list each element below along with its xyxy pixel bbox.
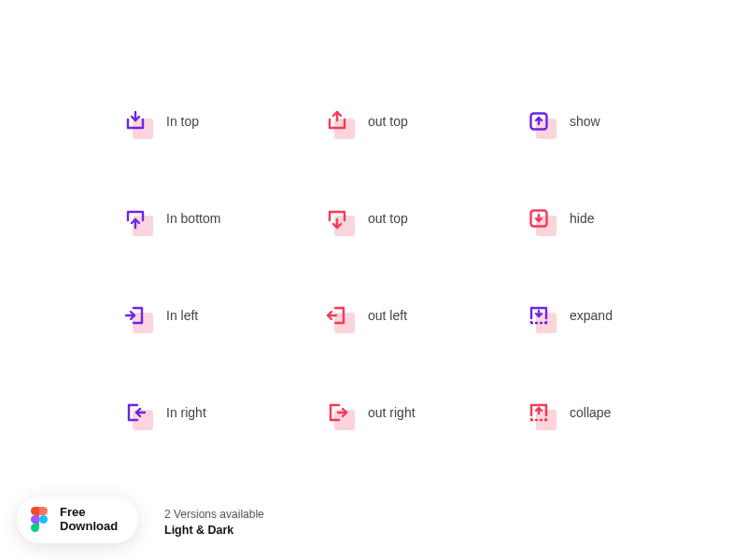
in-bottom-icon <box>121 204 149 232</box>
hide-icon <box>525 204 553 232</box>
out-left-label: out left <box>368 308 407 323</box>
download-text: Free Download <box>60 506 118 534</box>
expand-label: expand <box>570 308 613 323</box>
versions-line1: 2 Versions available <box>164 508 264 523</box>
figma-icon <box>30 507 49 533</box>
download-line1: Free <box>60 506 118 520</box>
in-left-icon <box>121 301 149 329</box>
item-show: show <box>525 107 726 135</box>
out-top-label: out top <box>368 114 408 129</box>
versions-line2: Light & Dark <box>164 523 264 538</box>
versions-text: 2 Versions available Light & Dark <box>164 508 264 538</box>
item-collapse: collape <box>525 399 726 427</box>
out-left-icon <box>323 301 351 329</box>
out-right-label: out right <box>368 405 416 420</box>
free-download-button[interactable]: Free Download <box>17 497 138 543</box>
expand-icon <box>525 301 553 329</box>
item-in-bottom: In bottom <box>121 204 323 232</box>
out-right-icon <box>323 399 351 427</box>
out-top-2-label: out top <box>368 211 408 226</box>
in-bottom-label: In bottom <box>166 211 220 226</box>
item-out-top: out top <box>323 107 525 135</box>
collapse-icon <box>525 399 553 427</box>
in-left-label: In left <box>166 308 198 323</box>
in-top-icon <box>121 107 149 135</box>
hide-label: hide <box>570 211 594 226</box>
canvas: In top out top sho <box>0 0 747 560</box>
item-out-right: out right <box>323 399 525 427</box>
item-hide: hide <box>525 204 726 232</box>
item-expand: expand <box>525 301 726 329</box>
show-label: show <box>570 114 600 129</box>
item-out-left: out left <box>323 301 525 329</box>
in-right-icon <box>121 399 149 427</box>
item-in-right: In right <box>121 399 323 427</box>
out-top-icon <box>323 107 351 135</box>
item-out-top-2: out top <box>323 204 525 232</box>
download-line2: Download <box>60 520 118 534</box>
out-bottom-icon <box>323 204 351 232</box>
item-in-top: In top <box>121 107 323 135</box>
collapse-label: collape <box>570 405 611 420</box>
in-top-label: In top <box>166 114 199 129</box>
show-icon <box>525 107 553 135</box>
item-in-left: In left <box>121 301 323 329</box>
icon-grid: In top out top sho <box>121 107 726 427</box>
in-right-label: In right <box>166 405 206 420</box>
